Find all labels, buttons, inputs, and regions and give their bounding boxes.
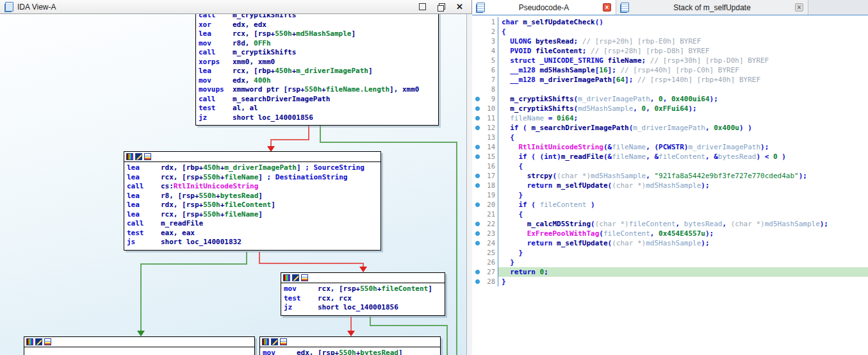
asm-line[interactable]: lea r8, [rsp+550h+bytesRead] (124, 192, 381, 201)
tab-stack-of-m-selfupdate[interactable]: Stack of m_selfUpdate × (616, 0, 808, 15)
tab-bar: Pseudocode-A × Stack of m_selfUpdate × (472, 0, 868, 15)
asm-line[interactable]: lea rcx, [rsp+550h+fileName] (124, 210, 381, 220)
edit-node-icon[interactable] (135, 153, 142, 160)
asm-line[interactable]: mov r8d, 0FFh (196, 39, 438, 49)
group-node-icon[interactable] (44, 338, 51, 345)
asm-line[interactable]: mov edx, 400h (196, 76, 438, 86)
graph-vertical-scrollbar[interactable] (466, 14, 472, 355)
pseudocode-row: 23 ExFreePoolWithTag(fileContent, 0x454E… (472, 229, 868, 238)
pseudocode-line[interactable]: { (498, 210, 868, 219)
block-titlebar (260, 337, 440, 347)
pseudocode-row: 22 m_calcMD5String((char *)fileContent, … (472, 219, 868, 229)
line-marker-dot (475, 270, 480, 274)
pseudocode-line[interactable]: __m128 md5HashSample[16]; // [rsp+40h] [… (498, 65, 868, 75)
asm-line[interactable]: mov rcx, [rsp+550h+fileContent] (281, 285, 445, 294)
asm-line[interactable]: lea rcx, [rbp+450h+m_driverImagePath] (196, 67, 438, 76)
pseudocode-line[interactable]: return m_selfUpdate((char *)md5HashSampl… (498, 238, 868, 248)
asm-line[interactable]: call m_cryptikShifts (196, 48, 438, 58)
close-icon[interactable]: ✕ (455, 3, 464, 11)
edit-node-icon[interactable] (271, 338, 278, 345)
node-color-icon[interactable] (26, 338, 33, 345)
asm-line[interactable]: xor edx, edx (196, 21, 438, 30)
pseudocode-line[interactable]: return 0; (498, 267, 868, 277)
ida-view-titlebar[interactable]: IDA View-A ✕ (0, 0, 471, 14)
asm-line[interactable]: movups xmmword ptr [rsp+550h+fileName.Le… (196, 85, 438, 95)
asm-line[interactable]: call m_searchDriverImagePath (196, 95, 438, 104)
maximize-icon[interactable] (418, 3, 427, 11)
restore-icon[interactable] (437, 3, 445, 11)
asm-line[interactable]: jz short loc_140001856 (281, 303, 445, 313)
pseudocode-line[interactable]: } (498, 248, 868, 258)
pseudocode-line[interactable]: struct _UNICODE_STRING fileName; // [rsp… (498, 56, 868, 65)
pseudocode-line[interactable]: RtlInitUnicodeString(&fileName, (PCWSTR)… (498, 142, 868, 152)
asm-line[interactable]: js short loc_140001832 (124, 238, 381, 247)
asm-line[interactable]: call m_cryptikShifts (196, 14, 438, 21)
pseudocode-line[interactable]: char m_selfUpdateCheck() (498, 17, 868, 27)
asm-line[interactable]: jz short loc_140001856 (196, 113, 438, 123)
node-color-icon[interactable] (262, 338, 269, 345)
pseudocode-line[interactable]: PVOID fileContent; // [rsp+28h] [rbp-D8h… (498, 46, 868, 56)
pseudocode-view[interactable]: 1char m_selfUpdateCheck()2{3 ULONG bytes… (472, 15, 868, 355)
line-number: 25 (482, 248, 498, 258)
group-node-icon[interactable] (144, 153, 151, 160)
node-color-icon[interactable] (283, 274, 290, 281)
close-tab-icon[interactable]: × (603, 3, 611, 12)
basic-block[interactable]: call m_cryptikShiftsxor edx, edxlea rcx,… (195, 14, 439, 126)
decompiler-panel: Pseudocode-A × Stack of m_selfUpdate × 1… (472, 0, 868, 355)
line-marker-dot (475, 154, 480, 159)
pseudocode-line[interactable]: { (498, 161, 868, 171)
asm-line[interactable]: lea rcx, [rsp+550h+md5HashSample] (196, 29, 438, 39)
close-tab-icon[interactable]: × (795, 3, 803, 12)
pseudocode-line[interactable]: } (498, 258, 868, 267)
basic-block[interactable]: mov edx, [rsp+550h+bytesRead] (259, 336, 441, 355)
pseudocode-row: 21 { (472, 210, 868, 219)
pseudocode-line[interactable]: ExFreePoolWithTag(fileContent, 0x454E455… (498, 229, 868, 238)
pseudocode-line[interactable]: { (498, 27, 868, 37)
edit-node-icon[interactable] (292, 274, 299, 281)
pseudocode-line[interactable] (498, 85, 868, 94)
group-node-icon[interactable] (301, 274, 308, 281)
gutter-cell (472, 238, 482, 248)
asm-line[interactable]: test al, al (196, 104, 438, 113)
asm-line[interactable]: xorps xmm0, xmm0 (196, 58, 438, 67)
group-node-icon[interactable] (280, 338, 287, 345)
pseudocode-line[interactable]: if ( fileContent ) (498, 200, 868, 210)
pseudocode-line[interactable]: if ( (int)m_readFile(&fileName, &fileCon… (498, 152, 868, 161)
asm-line[interactable]: mov edx, [rsp+550h+bytesRead] (260, 349, 440, 355)
stack-tab-icon (621, 3, 629, 12)
asm-line[interactable]: lea rdx, [rbp+450h+m_driverImagePath] ; … (124, 163, 381, 173)
asm-line[interactable]: lea rdx, [rsp+550h+fileContent] (124, 201, 381, 210)
basic-block[interactable]: lea rdx, [rbp+450h+m_driverImagePath] ; … (124, 151, 381, 251)
asm-line[interactable]: lea rcx, [rsp+550h+fileName] ; Destinati… (124, 173, 381, 183)
pseudocode-line[interactable]: if ( m_searchDriverImagePath(m_driverIma… (498, 123, 868, 133)
pseudocode-line[interactable]: __m128 m_driverImagePath[64]; // [rsp+14… (498, 75, 868, 85)
line-number: 17 (482, 171, 498, 181)
line-number: 3 (482, 37, 498, 46)
basic-block[interactable]: mov rcx, [rsp+550h+fileContent]test rcx,… (281, 272, 445, 316)
gutter-cell (472, 277, 482, 286)
asm-line[interactable]: call cs:RtlInitUnicodeString (124, 182, 381, 192)
basic-block[interactable] (24, 336, 255, 355)
node-color-icon[interactable] (126, 153, 133, 160)
pseudocode-line[interactable]: m_cryptikShifts(m_driverImagePath, 0, 0x… (498, 94, 868, 104)
pseudocode-line[interactable]: fileName = 0i64; (498, 113, 868, 123)
pseudocode-line[interactable]: { (498, 133, 868, 142)
pseudocode-line[interactable]: return m_selfUpdate((char *)md5HashSampl… (498, 181, 868, 190)
pseudocode-line[interactable]: strcpy((char *)md5HashSample, "921fa8a54… (498, 171, 868, 181)
tab-pseudocode-a[interactable]: Pseudocode-A × (472, 0, 616, 15)
gutter-cell (472, 65, 482, 75)
pseudocode-line[interactable]: } (498, 277, 868, 286)
pseudocode-row: 5 struct _UNICODE_STRING fileName; // [r… (472, 56, 868, 65)
asm-line[interactable]: test eax, eax (124, 229, 381, 238)
pseudocode-line[interactable]: } (498, 190, 868, 200)
asm-line[interactable]: test rcx, rcx (281, 294, 445, 304)
line-marker-dot (475, 126, 480, 130)
pseudocode-line[interactable]: m_cryptikShifts(md5HashSample, 0, 0xFFui… (498, 104, 868, 113)
gutter-cell (472, 258, 482, 267)
asm-line[interactable]: call m_readFile (124, 219, 381, 229)
edit-node-icon[interactable] (35, 338, 42, 345)
pseudocode-line[interactable]: ULONG bytesRead; // [rsp+20h] [rbp-E0h] … (498, 37, 868, 46)
pseudocode-line[interactable]: m_calcMD5String((char *)fileContent, byt… (498, 219, 868, 229)
pseudocode-row: 1char m_selfUpdateCheck() (472, 17, 868, 27)
graph-canvas-area[interactable]: call m_cryptikShiftsxor edx, edxlea rcx,… (0, 14, 466, 355)
